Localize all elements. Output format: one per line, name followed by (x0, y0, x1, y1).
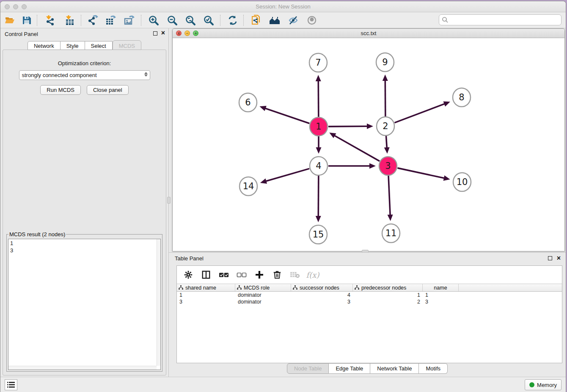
result-vertical-scrollbar[interactable] (157, 239, 160, 366)
cell-predecessor-nodes[interactable]: 1 (353, 292, 423, 298)
edge-4-15[interactable] (318, 176, 319, 217)
edge-1-2[interactable] (328, 126, 368, 127)
network-view-window: x − + scc.txt 7968124314101511 (172, 28, 565, 251)
toolbar-separator (220, 15, 220, 26)
column-header-name[interactable]: name (423, 284, 459, 291)
table-settings-icon[interactable] (183, 269, 194, 280)
zoom-fit-icon[interactable] (184, 14, 197, 27)
column-header-MCDS-role[interactable]: MCDS role (235, 284, 291, 291)
edge-1-7[interactable] (318, 80, 319, 117)
column-type-icon (293, 285, 297, 291)
network-window-titlebar: x − + scc.txt (173, 29, 564, 38)
toolbar-separator (81, 15, 81, 26)
network-title: scc.txt (173, 30, 564, 36)
node-label-7: 7 (315, 58, 321, 68)
node-label-10: 10 (457, 177, 468, 187)
show-all-icon[interactable] (305, 14, 319, 27)
apply-layout-icon[interactable] (226, 14, 239, 27)
network-canvas[interactable]: 7968124314101511 (173, 38, 564, 250)
mcds-result-list[interactable]: 13 (8, 239, 161, 370)
hide-selected-icon[interactable] (286, 14, 300, 27)
close-panel-icon[interactable]: × (161, 30, 165, 36)
export-image-icon[interactable] (123, 14, 136, 27)
zoom-selected-icon[interactable] (202, 14, 215, 27)
column-header-predecessor-nodes[interactable]: predecessor nodes (353, 284, 423, 291)
delete-table-icon[interactable] (289, 269, 300, 280)
node-label-6: 6 (245, 97, 250, 108)
close-table-panel-icon[interactable]: × (557, 254, 561, 262)
edge-4-14[interactable] (265, 168, 309, 181)
edge-2-9[interactable] (385, 80, 385, 116)
edge-2-8[interactable] (395, 104, 445, 123)
close-panel-button[interactable]: Close panel (87, 85, 129, 95)
zoom-out-icon[interactable] (165, 14, 179, 27)
edge-3-1[interactable] (334, 135, 380, 161)
cell-successor-nodes[interactable]: 4 (291, 292, 353, 298)
run-mcds-button[interactable]: Run MCDS (40, 85, 81, 95)
tab-network-table[interactable]: Network Table (370, 363, 419, 374)
edge-2-3[interactable] (386, 136, 387, 148)
table-row[interactable]: 3dominator323 (177, 298, 562, 305)
function-builder-icon[interactable]: f(x) (307, 269, 318, 280)
column-layout-icon[interactable] (201, 269, 212, 280)
import-network-icon[interactable] (44, 14, 57, 27)
tab-mcds[interactable]: MCDS (113, 40, 141, 50)
delete-entry-icon[interactable] (272, 269, 283, 280)
memory-label: Memory (537, 382, 557, 388)
search-icon (442, 17, 449, 23)
zoom-in-icon[interactable] (147, 14, 160, 27)
column-type-icon (179, 285, 183, 291)
tab-motifs[interactable]: Motifs (419, 363, 448, 374)
node-label-8: 8 (459, 92, 464, 102)
cell-MCDS-role[interactable]: dominator (235, 292, 291, 298)
import-table-icon[interactable] (63, 14, 77, 27)
table-tabs: Node TableEdge TableNetwork TableMotifs (169, 363, 566, 374)
app-window: Session: New Session (0, 1, 566, 392)
column-header-successor-nodes[interactable]: successor nodes (291, 284, 353, 291)
tab-node-table[interactable]: Node Table (287, 363, 329, 374)
search-field[interactable] (439, 14, 561, 25)
tab-network[interactable]: Network (28, 41, 61, 50)
cell-shared-name[interactable]: 1 (177, 292, 235, 298)
control-panel-title: Control Panel (5, 31, 38, 37)
export-network-icon[interactable] (86, 14, 99, 27)
open-session-icon[interactable] (3, 14, 17, 27)
cell-name[interactable]: 1 (423, 292, 459, 298)
save-session-icon[interactable] (20, 14, 33, 27)
toolbar-separator (141, 15, 141, 26)
vertical-splitter-handle[interactable] (167, 197, 171, 204)
deselect-all-icon[interactable] (236, 269, 247, 280)
edge-3-11[interactable] (388, 176, 390, 215)
column-header-shared-name[interactable]: shared name (177, 284, 235, 291)
edge-1-6[interactable] (265, 108, 309, 124)
control-panel: Control Panel × NetworkStyleSelectMCDS O… (0, 28, 169, 377)
result-horizontal-scrollbar[interactable] (8, 366, 157, 370)
add-entry-icon[interactable] (254, 269, 265, 280)
node-table-container: f(x) shared nameMCDS rolesuccessor nodes… (176, 265, 562, 363)
export-table-icon[interactable] (104, 14, 118, 27)
select-all-icon[interactable] (218, 269, 229, 280)
memory-button[interactable]: Memory (525, 379, 561, 390)
table-row[interactable]: 1dominator411 (177, 292, 562, 298)
list-icon (7, 381, 15, 388)
mcds-result-title: MCDS result (2 nodes) (8, 231, 66, 237)
float-panel-icon[interactable] (153, 31, 157, 36)
tab-edge-table[interactable]: Edge Table (329, 363, 370, 374)
task-history-button[interactable] (5, 379, 17, 390)
cell-predecessor-nodes[interactable]: 2 (353, 298, 423, 305)
tab-style[interactable]: Style (61, 41, 85, 50)
cell-successor-nodes[interactable]: 3 (291, 298, 353, 305)
mcds-result-item: 1 (10, 240, 159, 247)
first-neighbors-icon[interactable] (268, 14, 281, 27)
criterion-select[interactable]: strongly connected component (19, 70, 150, 80)
cell-MCDS-role[interactable]: dominator (235, 298, 291, 305)
float-table-panel-icon[interactable] (548, 256, 552, 260)
search-input[interactable] (449, 16, 561, 24)
cell-shared-name[interactable]: 3 (177, 298, 235, 305)
edge-arrow-1-7 (316, 75, 321, 81)
edge-3-10[interactable] (397, 168, 444, 178)
table-panel-title: Table Panel (175, 255, 204, 262)
cell-name[interactable]: 3 (423, 298, 459, 305)
clone-network-icon[interactable] (249, 14, 263, 27)
tab-select[interactable]: Select (85, 41, 113, 50)
